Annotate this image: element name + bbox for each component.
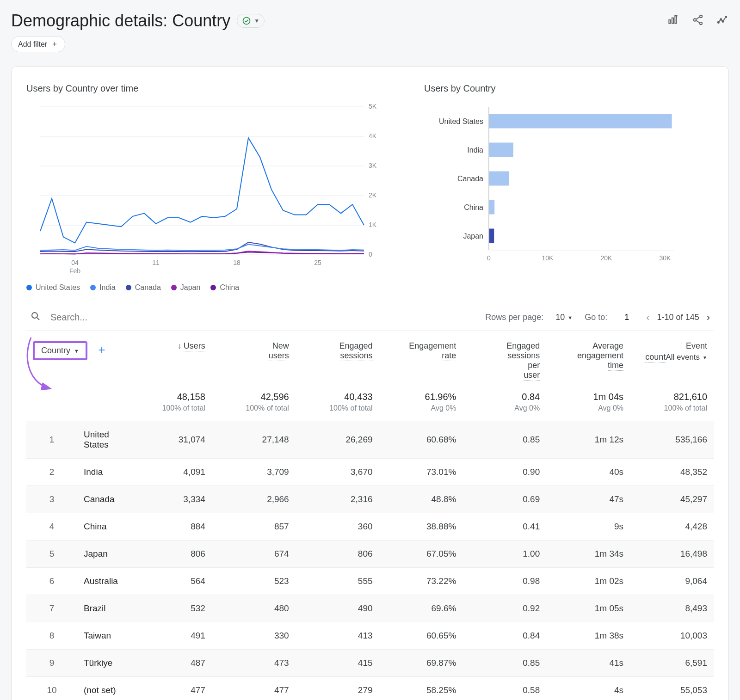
table-row[interactable]: 3Canada3,3342,9662,31648.8%0.6947s45,297 <box>26 486 714 513</box>
totals-value: 1m 04s <box>546 384 630 404</box>
column-header[interactable]: EventcountAll events ▼ <box>630 333 714 384</box>
row-cell: 4s <box>546 677 630 700</box>
svg-text:30K: 30K <box>659 254 671 262</box>
table-row[interactable]: 4China88485736038.88%0.419s4,428 <box>26 513 714 540</box>
column-header[interactable]: Averageengagementtime <box>546 333 630 384</box>
check-circle-icon <box>242 16 251 25</box>
legend-item[interactable]: Canada <box>126 283 161 292</box>
svg-rect-2 <box>672 18 673 23</box>
row-cell: 3,670 <box>296 459 379 486</box>
column-header[interactable]: Engagementrate <box>379 333 463 384</box>
legend-item[interactable]: India <box>90 283 116 292</box>
svg-text:5K: 5K <box>369 103 377 110</box>
row-cell: 47s <box>546 486 630 513</box>
row-cell: 487 <box>128 650 212 677</box>
dimension-selector[interactable]: Country▼ <box>33 341 87 360</box>
insights-icon[interactable] <box>717 14 729 28</box>
table-row[interactable]: 2India4,0913,7093,67073.01%0.9040s48,352 <box>26 459 714 486</box>
table-search-input[interactable] <box>49 312 225 323</box>
table-row[interactable]: 7Brazil53248049069.6%0.921m 05s8,493 <box>26 595 714 622</box>
totals-sub: Avg 0% <box>379 404 463 421</box>
totals-sub: 100% of total <box>212 404 296 421</box>
row-cell: 1m 12s <box>546 421 630 459</box>
svg-text:India: India <box>467 146 483 154</box>
row-cell: 27,148 <box>212 421 296 459</box>
line-chart-legend: United StatesIndiaCanadaJapanChina <box>26 283 387 292</box>
column-header[interactable]: Newusers <box>212 333 296 384</box>
table-row[interactable]: 8Taiwan49133041360.65%0.841m 38s10,003 <box>26 622 714 650</box>
legend-item[interactable]: Japan <box>171 283 201 292</box>
next-page-button[interactable]: › <box>707 312 710 324</box>
row-name: India <box>77 459 128 486</box>
go-to-label: Go to: <box>585 313 607 322</box>
svg-text:2K: 2K <box>369 191 377 199</box>
rows-per-page-label: Rows per page: <box>485 313 543 322</box>
row-cell: 491 <box>128 622 212 650</box>
row-cell: 806 <box>128 540 212 568</box>
plus-icon: ＋ <box>51 39 58 49</box>
svg-text:10K: 10K <box>542 254 554 262</box>
add-filter-button[interactable]: Add filter ＋ <box>11 36 65 52</box>
row-cell: 10,003 <box>630 622 714 650</box>
row-cell: 0.90 <box>462 459 546 486</box>
add-filter-label: Add filter <box>18 40 47 49</box>
svg-text:04: 04 <box>71 259 79 266</box>
legend-item[interactable]: China <box>210 283 239 292</box>
row-index: 5 <box>26 540 77 568</box>
table-row[interactable]: 5Japan80667480667.05%1.001m 34s16,498 <box>26 540 714 568</box>
row-cell: 26,269 <box>296 421 379 459</box>
table-row[interactable]: 1United States31,07427,14826,26960.68%0.… <box>26 421 714 459</box>
row-index: 1 <box>26 421 77 459</box>
row-cell: 4,428 <box>630 513 714 540</box>
prev-page-button[interactable]: ‹ <box>646 312 649 324</box>
row-cell: 360 <box>296 513 379 540</box>
share-icon[interactable] <box>692 14 704 28</box>
go-to-input[interactable] <box>616 312 638 323</box>
row-cell: 41s <box>546 650 630 677</box>
row-cell: 60.65% <box>379 622 463 650</box>
table-row[interactable]: 6Australia56452355573.22%0.981m 02s9,064 <box>26 568 714 595</box>
svg-text:20K: 20K <box>601 254 613 262</box>
event-selector[interactable]: All events ▼ <box>666 353 707 362</box>
totals-value: 40,433 <box>296 384 379 404</box>
rows-per-page-select[interactable]: 10 ▼ <box>552 311 576 324</box>
row-name: China <box>77 513 128 540</box>
table-row[interactable]: 9Türkiye48747341569.87%0.8541s6,591 <box>26 650 714 677</box>
row-cell: 555 <box>296 568 379 595</box>
row-cell: 48.8% <box>379 486 463 513</box>
row-cell: 1m 34s <box>546 540 630 568</box>
row-cell: 31,074 <box>128 421 212 459</box>
totals-value: 48,158 <box>128 384 212 404</box>
svg-text:18: 18 <box>233 259 240 266</box>
svg-text:4K: 4K <box>369 132 377 140</box>
row-cell: 857 <box>212 513 296 540</box>
svg-point-0 <box>243 18 250 25</box>
row-cell: 279 <box>296 677 379 700</box>
svg-text:Feb: Feb <box>69 267 80 275</box>
customize-report-icon[interactable] <box>667 14 679 28</box>
svg-rect-43 <box>489 229 494 243</box>
row-cell: 2,966 <box>212 486 296 513</box>
page-title: Demographic details: Country <box>11 11 230 31</box>
row-name: United States <box>77 421 128 459</box>
row-cell: 16,498 <box>630 540 714 568</box>
row-cell: 0.69 <box>462 486 546 513</box>
legend-item[interactable]: United States <box>26 283 80 292</box>
row-cell: 60.68% <box>379 421 463 459</box>
row-cell: 535,166 <box>630 421 714 459</box>
row-cell: 48,352 <box>630 459 714 486</box>
column-header[interactable]: Engagedsessions <box>296 333 379 384</box>
add-dimension-button[interactable]: ＋ <box>96 343 107 356</box>
column-header[interactable]: ↓Users <box>128 333 212 384</box>
row-cell: 330 <box>212 622 296 650</box>
row-cell: 6,591 <box>630 650 714 677</box>
bar-chart: 010K20K30KUnited StatesIndiaCanadaChinaJ… <box>424 102 683 269</box>
row-name: Canada <box>77 486 128 513</box>
table-row[interactable]: 10(not set)47747727958.25%0.584s55,053 <box>26 677 714 700</box>
column-header[interactable]: Engagedsessionsperuser <box>462 333 546 384</box>
row-index: 3 <box>26 486 77 513</box>
row-index: 2 <box>26 459 77 486</box>
totals-value: 61.96% <box>379 384 463 404</box>
report-status-chip[interactable]: ▼ <box>237 14 265 28</box>
row-cell: 58.25% <box>379 677 463 700</box>
